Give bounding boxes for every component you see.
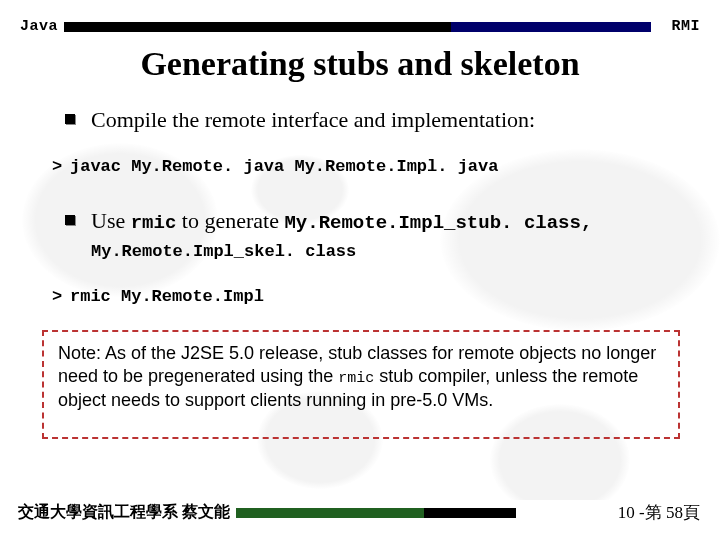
command-2: >rmic My.Remote.Impl: [52, 287, 700, 306]
bullet-2-code1: My.Remote.Impl_stub. class,: [284, 212, 592, 234]
bullet-2: Use rmic to generate My.Remote.Impl_stub…: [65, 206, 700, 237]
bullet-1: Compile the remote interface and impleme…: [65, 105, 700, 135]
bullet-2-code2: My.Remote.Impl_skel. class: [91, 242, 700, 261]
bullet-2-mid: to generate: [176, 208, 284, 233]
bullet-2-text: Use rmic to generate My.Remote.Impl_stub…: [91, 206, 592, 237]
prompt-icon: >: [52, 157, 70, 176]
header-right: RMI: [671, 18, 700, 35]
header-left: Java: [20, 18, 58, 35]
header-bar: Java RMI: [20, 18, 700, 35]
note-box: Note: As of the J2SE 5.0 release, stub c…: [42, 330, 680, 439]
prompt-icon: >: [52, 287, 70, 306]
bullet-icon: [65, 114, 75, 124]
bullet-2-cmd: rmic: [131, 212, 177, 234]
bullet-icon: [65, 215, 75, 225]
header-rule: [64, 22, 651, 32]
command-2-text: rmic My.Remote.Impl: [70, 287, 264, 306]
note-rmic: rmic: [338, 370, 374, 387]
bullet-2-pre: Use: [91, 208, 131, 233]
slide-title: Generating stubs and skeleton: [20, 45, 700, 83]
bullet-1-text: Compile the remote interface and impleme…: [91, 105, 535, 135]
slide-content: Java RMI Generating stubs and skeleton C…: [0, 0, 720, 540]
command-1-text: javac My.Remote. java My.Remote.Impl. ja…: [70, 157, 498, 176]
command-1: >javac My.Remote. java My.Remote.Impl. j…: [52, 157, 700, 176]
